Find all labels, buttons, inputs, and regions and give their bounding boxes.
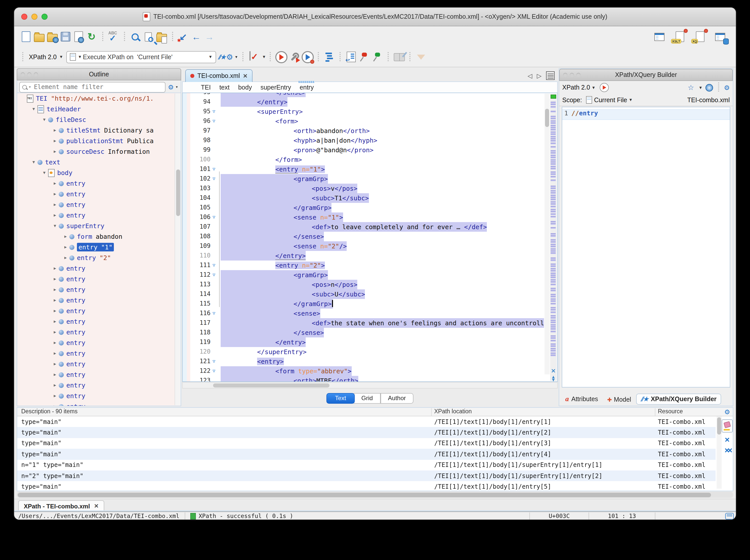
code-line-123[interactable]: 123<orth>MTBF</orth> [183,376,544,381]
collapse-icon[interactable]: ▼ [52,224,58,228]
result-marker[interactable] [551,203,556,205]
outline-tree-item-entry[interactable]: ▶entry [17,316,181,327]
code-line-113[interactable]: 113<pos>n</pos> [183,280,544,289]
execute-xpath-combo[interactable]: ▼ Execute XPath on 'Current File' ▼ [66,51,216,63]
pin-green-icon[interactable] [371,50,384,63]
code-line-99[interactable]: 99<pron>@"band@n</pron> [183,145,544,155]
scroll-tabs-left-icon[interactable]: ◁ [528,72,532,79]
code-line-119[interactable]: 119</entry> [183,337,544,347]
expand-icon[interactable]: ▶ [63,245,68,249]
result-marker[interactable] [551,143,556,144]
result-marker[interactable] [551,138,556,140]
configure-transformation-icon[interactable] [288,50,301,63]
result-marker[interactable] [551,159,556,161]
expand-icon[interactable]: ▶ [52,266,58,271]
result-marker[interactable] [551,343,556,345]
scroll-tabs-right-icon[interactable]: ▷ [537,72,541,79]
results-view-tab[interactable]: XPath - TEI-combo.xml ✕ [18,500,104,512]
results-scrollbar[interactable] [716,416,722,489]
result-marker[interactable] [551,201,556,203]
tab-list-icon[interactable] [546,71,555,80]
element-name-filter-field[interactable]: ▼ [19,82,165,92]
result-marker[interactable] [551,125,556,126]
result-marker[interactable] [551,146,556,148]
expand-icon[interactable]: ▶ [52,149,58,154]
expand-icon[interactable]: ▶ [52,192,58,196]
outline-tree-item-entry[interactable]: ▶entry [17,284,181,295]
clear-highlights-icon[interactable]: ✕ [550,368,557,374]
result-marker[interactable] [551,233,556,235]
editor-horizontal-scrollbar[interactable] [182,382,558,388]
save-icon[interactable] [59,30,72,43]
result-marker[interactable] [551,294,556,296]
result-marker[interactable] [551,136,556,137]
result-marker[interactable] [551,253,556,254]
new-document-icon[interactable] [19,30,33,43]
collapse-icon[interactable]: ▼ [41,171,47,175]
result-marker[interactable] [551,153,556,154]
result-marker[interactable] [551,324,556,325]
outline-tree-item-entry[interactable]: ▶entry [17,369,181,380]
results-row[interactable]: type="main"/TEI[1]/text[1]/body[1]/entry… [17,449,716,460]
code-line-94[interactable]: 94</entry> [183,97,544,107]
code-line-96[interactable]: 96▽<form> [183,116,544,126]
result-marker[interactable] [551,281,556,283]
outline-tree-item-body[interactable]: ▼body [17,167,181,178]
expand-icon[interactable]: ▶ [52,319,58,324]
settings-gear-icon[interactable]: ⚙▼ [226,50,239,63]
fold-icon[interactable]: ▽ [213,366,215,376]
favorites-star-icon[interactable]: ☆ [688,83,694,92]
fold-icon[interactable]: ▽ [213,213,215,222]
outline-tree-item-entry[interactable]: ▶entry [17,295,181,305]
expand-icon[interactable]: ▶ [52,277,58,281]
collapse-icon[interactable]: ▼ [31,107,36,111]
results-header-xpath[interactable]: XPath location [434,408,472,414]
result-marker[interactable] [551,127,556,128]
xslt-debugger-icon[interactable]: XSLT [673,30,686,43]
outline-scrollbar[interactable] [175,94,181,405]
result-marker[interactable] [551,168,556,169]
outline-tree-item-teiHeader[interactable]: ▼teiHeader [17,104,181,114]
breadcrumb-item-entry[interactable]: entry [300,84,314,91]
result-marker[interactable] [551,355,556,356]
result-marker[interactable] [551,186,556,187]
code-line-112[interactable]: 112▽<gramGrp> [183,270,544,280]
result-marker[interactable] [551,290,556,292]
code-line-101[interactable]: 101▽<entry n="1"> [183,164,544,174]
outline-tree-item-entry[interactable]: ▶entry [17,348,181,359]
tab-model[interactable]: ✚Model [603,395,635,405]
code-line-104[interactable]: 104<subc>T1</subc> [183,193,544,203]
result-marker[interactable] [551,157,556,158]
expand-icon[interactable]: ▶ [52,394,58,398]
result-marker[interactable] [551,298,556,300]
fold-icon[interactable]: ▽ [213,174,215,184]
results-row[interactable]: type="main"/TEI[1]/text[1]/body[1]/entry… [17,481,716,491]
result-marker[interactable] [551,122,556,124]
results-row[interactable]: n="2" type="main"/TEI[1]/text[1]/body[1]… [17,471,716,481]
result-marker[interactable] [551,270,556,272]
expand-icon[interactable]: ▶ [52,404,58,406]
outline-tree-item-entry[interactable]: ▶entry [17,210,181,221]
breadcrumb-item-TEI[interactable]: TEI [201,84,211,91]
result-marker[interactable] [551,227,556,229]
code-line-107[interactable]: 107<def>to leave completely and for ever… [183,222,544,232]
code-line-109[interactable]: 109<sense n="2"/> [183,241,544,251]
element-name-filter-input[interactable] [33,83,162,91]
fold-icon[interactable]: ▽ [213,308,215,318]
result-marker[interactable] [551,118,556,120]
result-marker[interactable] [551,315,556,317]
results-settings-gear-icon[interactable]: ⚙ [724,409,730,415]
result-marker[interactable] [551,150,556,152]
editor-tab[interactable]: TEI-combo.xml ✕ [185,69,253,82]
result-marker[interactable] [551,296,556,298]
editor-vertical-scrollbar[interactable] [545,94,550,374]
result-marker[interactable] [551,283,556,285]
breadcrumb-item-superEntry[interactable]: superEntry [260,84,291,91]
fold-icon[interactable]: ▽ [213,116,215,126]
result-marker[interactable] [551,307,556,308]
result-marker[interactable] [551,335,556,337]
result-marker[interactable] [551,155,556,156]
result-marker[interactable] [551,164,556,165]
result-marker[interactable] [551,236,556,237]
outline-tree-item-entry[interactable]: ▶entry [17,380,181,391]
